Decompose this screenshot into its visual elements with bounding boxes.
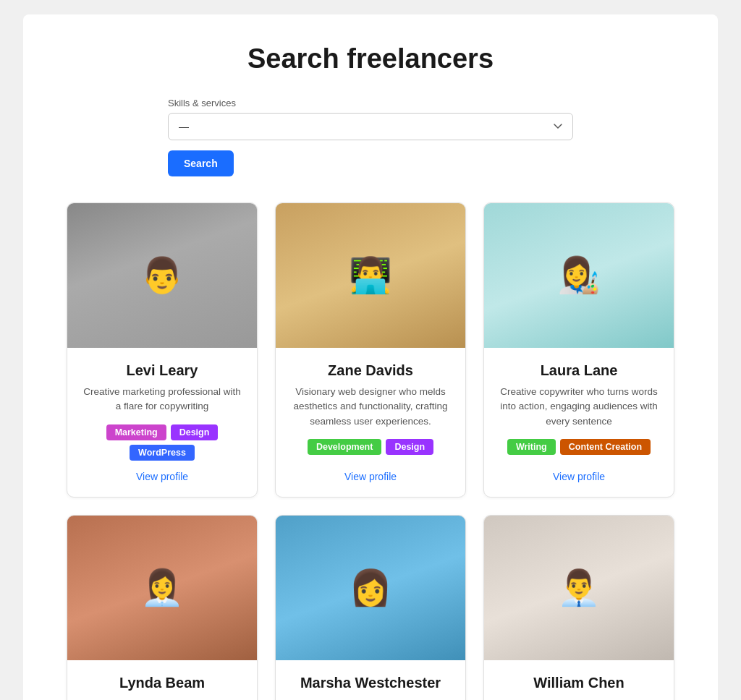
tag-design: Design xyxy=(386,439,433,455)
view-profile-link[interactable]: View profile xyxy=(136,471,188,482)
freelancer-name: Levi Leary xyxy=(127,362,198,379)
freelancers-grid: 👨Levi LearyCreative marketing profession… xyxy=(67,202,674,700)
freelancer-desc: An SEO specialist who ensures your conte… xyxy=(290,697,451,701)
tag-development: Development xyxy=(308,439,382,455)
tag-design: Design xyxy=(171,424,219,440)
view-profile-link[interactable]: View profile xyxy=(344,471,397,482)
search-section: Skills & services —MarketingDesignWordPr… xyxy=(168,98,573,176)
freelancer-desc: A data-driven digital marketer who harne… xyxy=(82,697,242,701)
freelancer-card-levi-leary: 👨Levi LearyCreative marketing profession… xyxy=(67,202,258,498)
card-body-zane-davids: Zane DavidsVisionary web designer who me… xyxy=(276,348,465,497)
view-profile-link[interactable]: View profile xyxy=(553,471,605,482)
freelancer-photo-lynda-beam: 👩‍💼 xyxy=(67,516,257,660)
freelancer-tags: WritingContent Creation xyxy=(507,439,651,455)
card-body-laura-lane: Laura LaneCreative copywriter who turns … xyxy=(484,348,674,497)
freelancer-photo-zane-davids: 👨‍💻 xyxy=(276,203,465,348)
freelancer-card-william-chen: 👨‍💼William ChenA dynamic video editor an… xyxy=(483,515,674,701)
search-label: Skills & services xyxy=(168,98,573,108)
freelancer-tags: MarketingDesignWordPress xyxy=(82,424,242,461)
page-container: Search freelancers Skills & services —Ma… xyxy=(23,14,718,700)
freelancer-tags: DevelopmentDesign xyxy=(308,439,433,455)
page-title: Search freelancers xyxy=(67,43,674,74)
freelancer-card-laura-lane: 👩‍🎨Laura LaneCreative copywriter who tur… xyxy=(483,202,674,498)
freelancer-desc: A dynamic video editor and social media … xyxy=(499,697,659,701)
card-body-lynda-beam: Lynda BeamA data-driven digital marketer… xyxy=(67,660,257,701)
freelancer-name: Marsha Westchester xyxy=(300,675,441,691)
card-body-william-chen: William ChenA dynamic video editor and s… xyxy=(484,660,674,701)
freelancer-card-marsha-westchester: 👩Marsha WestchesterAn SEO specialist who… xyxy=(275,515,466,701)
search-button[interactable]: Search xyxy=(168,150,234,176)
card-body-levi-leary: Levi LearyCreative marketing professiona… xyxy=(67,348,257,497)
freelancer-name: Lynda Beam xyxy=(119,675,205,691)
skills-select[interactable]: —MarketingDesignWordPressDevelopmentWrit… xyxy=(168,113,573,140)
freelancer-photo-levi-leary: 👨 xyxy=(67,203,257,348)
freelancer-name: Laura Lane xyxy=(541,362,618,379)
tag-wordpress: WordPress xyxy=(130,445,195,461)
tag-marketing: Marketing xyxy=(106,424,166,440)
freelancer-photo-laura-lane: 👩‍🎨 xyxy=(484,203,674,348)
tag-writing: Writing xyxy=(507,439,556,455)
freelancer-desc: Creative marketing professional with a f… xyxy=(82,385,242,414)
freelancer-card-zane-davids: 👨‍💻Zane DavidsVisionary web designer who… xyxy=(275,202,466,498)
freelancer-photo-william-chen: 👨‍💼 xyxy=(484,516,674,660)
freelancer-card-lynda-beam: 👩‍💼Lynda BeamA data-driven digital marke… xyxy=(67,515,258,701)
freelancer-name: Zane Davids xyxy=(328,362,413,379)
freelancer-desc: Visionary web designer who melds aesthet… xyxy=(290,385,451,429)
freelancer-name: William Chen xyxy=(533,675,624,691)
freelancer-photo-marsha-westchester: 👩 xyxy=(276,516,465,660)
freelancer-desc: Creative copywriter who turns words into… xyxy=(499,385,659,429)
card-body-marsha-westchester: Marsha WestchesterAn SEO specialist who … xyxy=(276,660,465,701)
tag-content-creation: Content Creation xyxy=(560,439,651,455)
